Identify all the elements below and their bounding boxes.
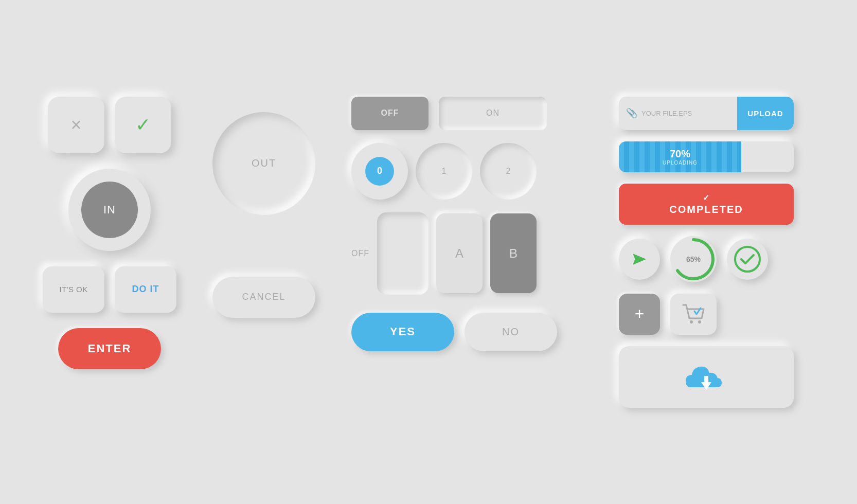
yes-button[interactable]: YES: [351, 313, 454, 351]
in-button[interactable]: IN: [68, 169, 151, 251]
cart-icon: [682, 304, 705, 325]
add-button[interactable]: +: [619, 294, 660, 335]
upload-button[interactable]: UPLOAD: [737, 97, 794, 130]
progress-fill: 70% UPLOADING: [619, 141, 741, 172]
filename-label: YOUR FILE.EPS: [641, 110, 692, 117]
doit-label: DO IT: [132, 284, 159, 295]
svg-point-4: [690, 320, 693, 323]
upload-row: 📎 YOUR FILE.EPS UPLOAD: [619, 97, 794, 130]
out-button[interactable]: OUT: [212, 112, 315, 215]
knob-2-button[interactable]: 2: [480, 143, 537, 200]
svg-point-5: [698, 320, 701, 323]
knob-1-label: 1: [442, 167, 447, 176]
toggle-off-label: OFF: [381, 109, 399, 118]
no-label: NO: [502, 326, 520, 338]
cloud-upload-button[interactable]: [619, 346, 794, 408]
progress-circle-button[interactable]: 65%: [670, 236, 717, 282]
itsok-button[interactable]: IT'S OK: [43, 266, 104, 313]
no-button[interactable]: NO: [465, 313, 557, 351]
knob-0-button[interactable]: 0: [351, 143, 408, 200]
knob-0-inner: 0: [365, 157, 394, 186]
vtoggle-a-label: A: [455, 246, 463, 261]
vtoggle-a-button[interactable]: A: [436, 213, 483, 293]
completed-check-icon: ✓: [703, 193, 710, 203]
svg-marker-0: [633, 254, 646, 264]
toggle-on-label: ON: [486, 109, 499, 118]
progress-bar: 70% UPLOADING: [619, 141, 794, 172]
knob-2-label: 2: [506, 167, 511, 176]
progress-circle-label: 65%: [686, 255, 701, 263]
in-inner-circle: IN: [81, 182, 138, 238]
out-label: OUT: [252, 157, 276, 169]
upload-filename-area: 📎 YOUR FILE.EPS: [619, 107, 737, 119]
completed-button[interactable]: ✓ COMPLETED: [619, 184, 794, 225]
vtoggle-b-label: B: [509, 246, 517, 261]
in-label: IN: [103, 203, 116, 217]
itsok-label: IT'S OK: [59, 285, 88, 294]
cancel-label: CANCEL: [242, 292, 285, 302]
cancel-button[interactable]: CANCEL: [212, 277, 315, 318]
paperclip-icon: 📎: [626, 107, 637, 119]
check-circle-button[interactable]: [727, 239, 768, 280]
vtoggle-off-label: OFF: [351, 249, 369, 258]
upload-label: UPLOAD: [747, 109, 783, 118]
toggle-off-button[interactable]: OFF: [351, 97, 428, 130]
check-button[interactable]: ✓: [115, 97, 171, 153]
completed-label: COMPLETED: [669, 204, 743, 215]
x-icon: ×: [70, 114, 81, 136]
x-button[interactable]: ×: [48, 97, 104, 153]
send-button[interactable]: [619, 239, 660, 280]
progress-percent: 70%: [670, 148, 690, 160]
knob-0-label: 0: [377, 166, 382, 176]
cloud-upload-icon: [681, 356, 732, 398]
checkmark-icon: ✓: [135, 114, 151, 136]
progress-sublabel: UPLOADING: [663, 160, 698, 166]
toggle-on-button[interactable]: ON: [439, 97, 547, 130]
vtoggle-slot: [377, 212, 428, 295]
doit-button[interactable]: DO IT: [115, 266, 176, 313]
yes-label: YES: [390, 325, 416, 338]
check-circle-icon: [733, 245, 762, 274]
send-icon: [631, 251, 648, 267]
add-icon: +: [635, 304, 645, 323]
svg-point-3: [735, 247, 760, 272]
knob-1-button[interactable]: 1: [416, 143, 472, 200]
cart-button[interactable]: [670, 294, 717, 335]
vtoggle-b-button[interactable]: B: [490, 213, 537, 293]
enter-button[interactable]: ENTER: [58, 328, 161, 369]
enter-label: ENTER: [88, 342, 132, 355]
